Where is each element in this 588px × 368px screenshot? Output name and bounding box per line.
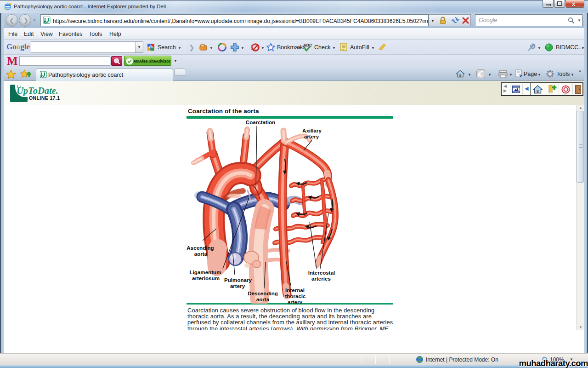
svg-text:thoracic: thoracic bbox=[285, 293, 306, 299]
svg-text:aorta: aorta bbox=[194, 251, 208, 257]
svg-text:Ligamentum: Ligamentum bbox=[190, 269, 221, 275]
svg-text:Axillary: Axillary bbox=[302, 127, 322, 133]
svg-text:artery: artery bbox=[230, 283, 245, 289]
svg-text:g: g bbox=[150, 45, 152, 50]
svg-text:Ascending: Ascending bbox=[187, 245, 214, 251]
svg-text:Descending: Descending bbox=[248, 290, 278, 296]
svg-text:Pulmonary: Pulmonary bbox=[224, 277, 252, 283]
svg-text:Intercostal: Intercostal bbox=[308, 270, 335, 276]
svg-text:ABC: ABC bbox=[303, 43, 312, 47]
svg-text:artery: artery bbox=[288, 299, 303, 304]
svg-text:Coarctation: Coarctation bbox=[246, 119, 275, 125]
svg-text:artery: artery bbox=[304, 133, 319, 139]
svg-text:arteriosum: arteriosum bbox=[192, 275, 220, 281]
svg-text:arteries: arteries bbox=[311, 276, 331, 282]
svg-text:aorta: aorta bbox=[256, 296, 270, 302]
svg-text:Internal: Internal bbox=[285, 287, 305, 293]
